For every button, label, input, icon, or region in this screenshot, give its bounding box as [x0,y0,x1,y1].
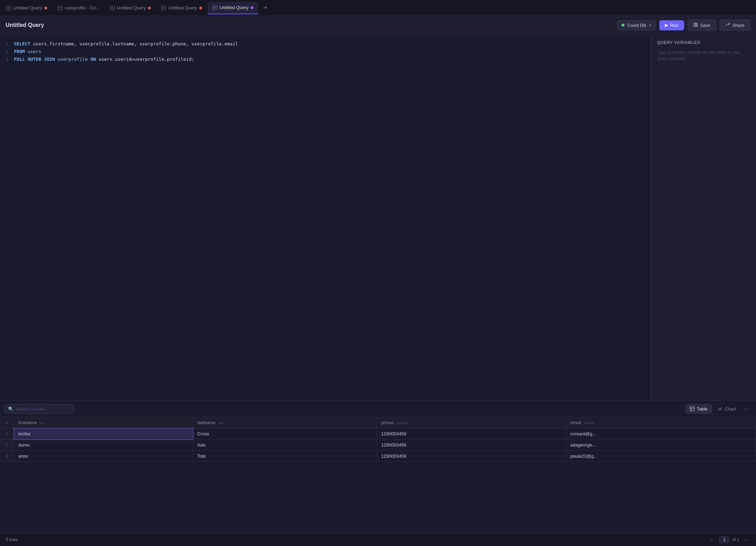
chart-view-label: Chart [725,406,736,412]
svg-rect-6 [695,23,696,24]
results-panel: 🔍 Table Chart ··· [0,400,756,533]
current-page[interactable]: 1 [719,536,729,543]
tab-userprofile[interactable]: userprofile - Co... [53,2,104,14]
run-button[interactable]: ▶ Run [659,20,684,30]
next-page-button[interactable]: → [742,536,750,544]
page-title: Untitled Query [6,22,614,28]
code-table-join: userprofile [58,57,90,62]
cell-phone[interactable]: 1290003456 [377,428,566,440]
run-icon: ▶ [665,23,668,28]
cell-firstname[interactable]: dumo [14,440,193,451]
keyword-select: SELECT [14,41,30,46]
table-icon-2 [58,6,62,10]
sidebar-hint: Type {{variable_name}} into the editor t… [657,49,750,62]
chevron-down-icon: ▾ [649,23,651,28]
code-line-3: 3 FULL OUTER JOIN userprofile ON users.u… [0,56,651,63]
share-button[interactable]: Share [720,20,750,31]
search-icon: 🔍 [8,406,14,412]
chart-icon [718,406,722,411]
code-columns: users.firstname, userprofile.lastname, u… [33,41,238,46]
sidebar-panel: Query Variables Type {{variable_name}} i… [651,35,756,400]
cell-firstname[interactable]: antor [14,451,193,462]
keyword-full: FULL [14,57,25,62]
cell-email[interactable]: adageorge... [566,440,756,451]
table-icon [690,406,695,411]
line-content-1: SELECT users.firstname, userprofile.last… [14,40,651,48]
tab-bar: Untitled Query userprofile - Co... Untit… [0,0,756,16]
new-tab-button[interactable]: + [260,3,271,13]
line-num-2: 2 [0,48,14,56]
table-view-label: Table [697,406,707,412]
code-line-1: 1 SELECT users.firstname, userprofile.la… [0,40,651,48]
code-table-from: users [28,49,41,54]
svg-rect-1 [58,6,62,10]
table-row: 1 krofax Cross 1290003456 crosant@g... [0,428,756,440]
search-input[interactable] [16,406,70,412]
row-num-cell: 2 [0,440,14,451]
cell-phone[interactable]: 1290003456 [377,451,566,462]
cell-email[interactable]: paula23@g... [566,451,756,462]
save-label: Save [700,23,711,28]
code-join-condition: users.userid=userprofile.profileid; [99,57,194,62]
svg-rect-5 [695,25,697,26]
status-bar: 3 rows ← 1 of 1 → [0,533,756,546]
query-icon-4 [161,6,166,10]
cell-email[interactable]: crosant@g... [566,428,756,440]
cell-lastname[interactable]: Tobi [193,451,377,462]
share-icon [726,22,730,28]
cell-firstname[interactable]: krofax [14,428,193,440]
main-content: 1 SELECT users.firstname, userprofile.la… [0,35,756,400]
row-num-cell: 1 [0,428,14,440]
tab-label-1: Untitled Query [13,5,42,10]
results-table-container[interactable]: # firstname va lastname var phone varcha… [0,417,756,533]
tab-dot-5 [251,6,253,9]
db-name: Covid DB [627,23,646,28]
col-header-firstname: firstname va [14,417,193,428]
tab-dot-4 [199,7,202,9]
db-status-dot [622,24,624,27]
results-toolbar: 🔍 Table Chart ··· [0,401,756,417]
view-toggle: Table Chart ··· [685,404,752,414]
more-options-button[interactable]: ··· [741,404,752,414]
col-header-email: email varcha [566,417,756,428]
cell-phone[interactable]: 1290003456 [377,440,566,451]
tab-untitled-3[interactable]: Untitled Query [105,2,156,14]
query-icon-1 [6,6,11,10]
tab-dot-3 [148,7,151,9]
query-icon-5 [213,5,217,10]
toolbar: Untitled Query Covid DB ▾ ▶ Run Save Sha… [0,16,756,35]
cell-lastname[interactable]: Ada [193,440,377,451]
row-num-header: # [0,417,14,428]
results-table: # firstname va lastname var phone varcha… [0,417,756,462]
save-button[interactable]: Save [688,20,717,31]
svg-rect-7 [690,407,694,411]
col-header-phone: phone varchar [377,417,566,428]
editor-panel: 1 SELECT users.firstname, userprofile.la… [0,35,651,400]
table-view-button[interactable]: Table [685,404,712,414]
code-line-2: 2 FROM users [0,48,651,56]
tab-untitled-4[interactable]: Untitled Query [156,2,207,14]
code-editor[interactable]: 1 SELECT users.firstname, userprofile.la… [0,35,651,400]
tab-label-3: Untitled Query [117,5,146,10]
tab-label-2: userprofile - Co... [65,5,99,10]
chart-view-button[interactable]: Chart [713,405,740,413]
ellipsis-icon: ··· [744,406,749,412]
search-box[interactable]: 🔍 [4,404,74,414]
col-header-lastname: lastname var [193,417,377,428]
table-row: 3 antor Tobi 1290003456 paula23@g... [0,451,756,462]
cell-lastname[interactable]: Cross [193,428,377,440]
db-selector[interactable]: Covid DB ▾ [617,20,656,30]
tab-label-4: Untitled Query [168,5,197,10]
line-content-3: FULL OUTER JOIN userprofile ON users.use… [14,56,651,63]
query-icon-3 [110,6,115,10]
line-content-2: FROM users [14,48,651,56]
run-label: Run [670,23,679,28]
tab-dot-1 [44,7,47,9]
line-num-3: 3 [0,56,14,63]
tab-untitled-1[interactable]: Untitled Query [1,2,52,14]
keyword-join: JOIN [44,57,55,62]
share-label: Share [732,23,744,28]
prev-page-button[interactable]: ← [708,536,716,544]
tab-untitled-5[interactable]: Untitled Query [208,2,258,14]
row-num-cell: 3 [0,451,14,462]
